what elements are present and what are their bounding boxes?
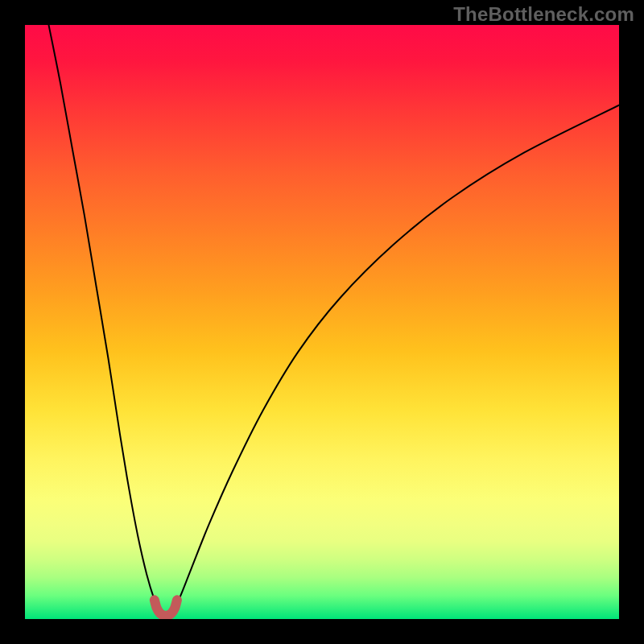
watermark-text: TheBottleneck.com <box>453 3 634 26</box>
chart-frame: TheBottleneck.com <box>0 0 644 644</box>
curve-layer <box>25 25 619 619</box>
marker-trough <box>155 600 177 615</box>
curve-left-branch <box>49 25 159 611</box>
plot-area <box>25 25 619 619</box>
curve-right-branch <box>172 105 619 611</box>
